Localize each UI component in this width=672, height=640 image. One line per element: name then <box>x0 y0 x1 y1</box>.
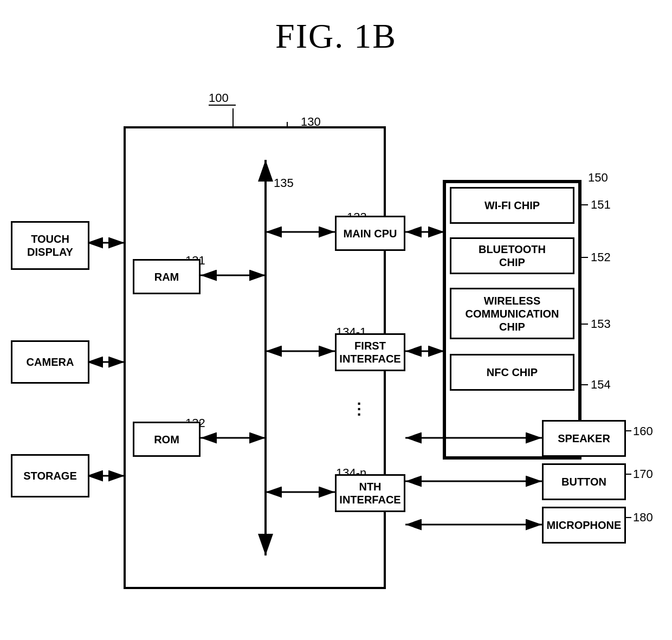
storage-box: STORAGE <box>11 454 89 497</box>
nfc-chip-box: NFC CHIP <box>450 354 574 391</box>
first-interface-box: FIRSTINTERFACE <box>335 333 405 371</box>
wifi-chip-box: WI-FI CHIP <box>450 187 574 224</box>
ref-100: 100 <box>209 91 229 105</box>
ref-160: 160 <box>633 424 653 438</box>
button-box: BUTTON <box>542 463 626 500</box>
bluetooth-chip-box: BLUETOOTHCHIP <box>450 237 574 274</box>
ref-150: 150 <box>588 171 608 185</box>
ref-135: 135 <box>274 176 294 190</box>
ref-180: 180 <box>633 510 653 525</box>
wireless-comm-chip-box: WIRELESSCOMMUNICATIONCHIP <box>450 288 574 339</box>
ref-170: 170 <box>633 467 653 481</box>
ref-130: 130 <box>301 115 321 129</box>
rom-box: ROM <box>133 422 201 457</box>
main-cpu-box: MAIN CPU <box>335 216 405 251</box>
ref-151: 151 <box>591 198 611 212</box>
page-title: FIG. 1B <box>0 0 672 56</box>
camera-box: CAMERA <box>11 340 89 384</box>
ref-154: 154 <box>591 378 611 392</box>
ref-152: 152 <box>591 250 611 264</box>
nth-interface-box: NTHINTERFACE <box>335 474 405 512</box>
touch-display-box: TOUCHDISPLAY <box>11 221 89 270</box>
microphone-box: MICROPHONE <box>542 507 626 544</box>
ellipsis: ⋮ <box>351 400 367 418</box>
speaker-box: SPEAKER <box>542 420 626 457</box>
ram-box: RAM <box>133 259 201 294</box>
ref-153: 153 <box>591 317 611 331</box>
